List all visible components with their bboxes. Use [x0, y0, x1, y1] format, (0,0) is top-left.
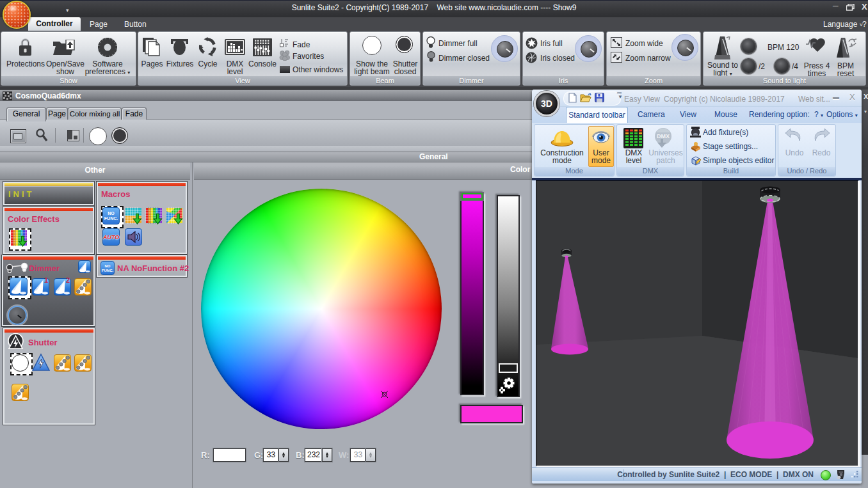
- svg-text:DMX: DMX: [657, 133, 670, 139]
